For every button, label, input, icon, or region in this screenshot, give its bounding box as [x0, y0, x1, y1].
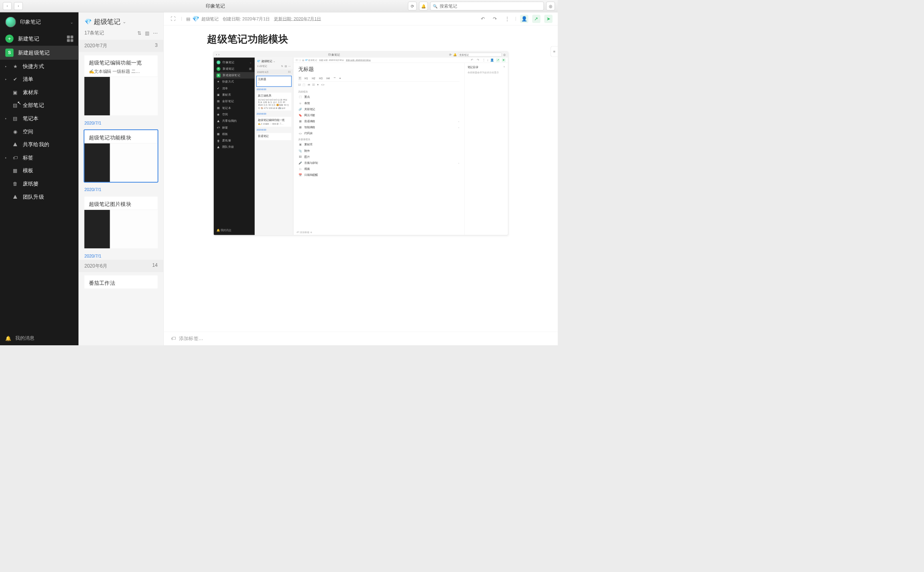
- sidebar-item[interactable]: ⯅共享给我的: [0, 138, 78, 151]
- month-count: 3: [155, 42, 158, 49]
- search-icon: 🔍: [433, 4, 438, 8]
- editor-footer: 🏷 添加标签…: [164, 332, 558, 345]
- sidebar-item[interactable]: ▸✔清单: [0, 73, 78, 86]
- sidebar-footer[interactable]: 🔔 我的消息: [0, 331, 78, 345]
- account-name: 印象笔记: [20, 18, 66, 26]
- diamond-icon: 💎: [84, 18, 92, 25]
- embed-title: 印象笔记: [221, 52, 448, 56]
- updated-date: 更新日期: 2020年7月1日: [274, 16, 321, 22]
- embed-editor: ⛶|▤ 💎 超级笔记 创建日期: 2020年6月30日 更新日期: 2020年6…: [293, 58, 508, 235]
- tag-icon: 🏷: [171, 336, 176, 342]
- window-title: 印象笔记: [25, 3, 406, 9]
- embed-doc-title: 无标题: [298, 66, 460, 73]
- plus-icon: +: [5, 34, 14, 43]
- list-title: 超级笔记: [94, 17, 121, 26]
- expand-icon[interactable]: ⛶: [169, 15, 177, 23]
- month-header: 2020年7月 3: [78, 40, 163, 52]
- new-note-label: 新建笔记: [18, 35, 39, 42]
- breadcrumb-label: 超级笔记: [201, 16, 219, 22]
- avatar: [5, 17, 16, 28]
- grid-view-icon[interactable]: [67, 36, 73, 42]
- footer-label: 我的消息: [15, 335, 34, 341]
- note-list: 💎 超级笔记 ⌄ 17条笔记 ⇅ ▥ ⋯ 2020年7月 3 超级笔记编辑功能一…: [78, 12, 164, 345]
- sidebar-item[interactable]: ▣素材库: [0, 86, 78, 99]
- titlebar: ‹ › 印象笔记 ⟳ 🔔 🔍 ◎: [0, 0, 558, 12]
- back-button[interactable]: ‹: [3, 2, 12, 10]
- back-icon: ‹: [216, 53, 217, 56]
- sidebar-item[interactable]: ◉空间: [0, 125, 78, 138]
- embed-search: [458, 53, 502, 57]
- note-card[interactable]: 超级笔记功能模块: [84, 130, 158, 182]
- settings-icon: ◎: [503, 53, 506, 56]
- account-row[interactable]: 印象笔记 ⌄: [0, 12, 78, 32]
- send-button[interactable]: ➤: [544, 15, 553, 23]
- embed-sidebar: 印象笔记⌄ +新建笔记▦ S新建超级笔记 ★快捷方式✔清单▣素材库▤全部笔记▤笔…: [213, 58, 255, 235]
- sidebar-item[interactable]: ▤全部笔记: [0, 99, 78, 112]
- bell-icon: 🔔: [453, 53, 457, 56]
- share-button[interactable]: ↗: [532, 15, 540, 23]
- chevron-down-icon: ⌄: [70, 20, 73, 24]
- diamond-icon: 💎: [192, 15, 199, 22]
- new-super-note-button[interactable]: S 新建超级笔记 ↖: [0, 46, 78, 60]
- collaborate-button[interactable]: 👤: [520, 15, 528, 23]
- embed-outline: 笔记目录× 各级标题会作为目录自动显示: [464, 63, 508, 235]
- sidebar-item[interactable]: ▸🏷标签: [0, 151, 78, 164]
- add-tag-label[interactable]: 添加标签…: [179, 335, 203, 342]
- sidebar-item[interactable]: ▸▤笔记本: [0, 112, 78, 125]
- list-header[interactable]: 💎 超级笔记 ⌄: [78, 12, 163, 29]
- notifications-button[interactable]: 🔔: [419, 2, 428, 10]
- sidebar-item[interactable]: ▦模板: [0, 164, 78, 177]
- editor-toolbar: ⛶ | ▤ 💎 超级笔记 创建日期: 2020年7月1日 更新日期: 2020年…: [164, 12, 558, 26]
- embed-list: 💎超级笔记⌄ 11条笔记⇅▥⋯ 2020年6月11 无标题/2020/6/30莫…: [255, 58, 293, 235]
- sync-icon: ⟳: [449, 53, 452, 56]
- super-note-icon: S: [5, 48, 14, 57]
- note-card[interactable]: 超级笔记图片模块: [84, 197, 158, 248]
- sidebar-item[interactable]: ⯅团队升级: [0, 190, 78, 203]
- search-box[interactable]: 🔍: [430, 2, 544, 10]
- search-input[interactable]: [440, 4, 541, 9]
- more-button[interactable]: ⋮: [503, 15, 511, 23]
- sidebar: 印象笔记 ⌄ + 新建笔记 S 新建超级笔记 ↖ ▸★快捷方式▸✔清单▣素材库▤…: [0, 12, 78, 345]
- outline-toggle[interactable]: ≡: [550, 46, 558, 57]
- sidebar-item[interactable]: ▸★快捷方式: [0, 60, 78, 73]
- notebook-icon: ▤: [186, 16, 190, 21]
- redo-button[interactable]: ↷: [491, 15, 499, 23]
- undo-button[interactable]: ↶: [479, 15, 487, 23]
- embedded-screenshot: ‹ › 印象笔记 ⟳ 🔔 ◎ 印象笔记⌄ +新建笔记▦ S新建超级笔记 ★快捷方…: [213, 52, 508, 236]
- forward-button[interactable]: ›: [14, 2, 23, 10]
- new-super-label: 新建超级笔记: [18, 49, 50, 56]
- chevron-down-icon: ⌄: [123, 19, 126, 24]
- embed-titlebar: ‹ › 印象笔记 ⟳ 🔔 ◎: [213, 52, 508, 57]
- note-card[interactable]: 番茄工作法: [84, 276, 158, 289]
- document-title[interactable]: 超级笔记功能模块: [164, 25, 558, 51]
- view-icon[interactable]: ▥: [145, 30, 149, 36]
- breadcrumb[interactable]: ▤ 💎 超级笔记: [186, 15, 219, 22]
- sync-button[interactable]: ⟳: [408, 2, 417, 10]
- forward-icon: ›: [218, 53, 219, 56]
- sort-icon[interactable]: ⇅: [137, 30, 141, 36]
- note-count: 17条笔记: [84, 30, 104, 36]
- settings-button[interactable]: ◎: [546, 2, 555, 10]
- month-label: 2020年7月: [84, 42, 108, 49]
- bell-icon: 🔔: [5, 335, 11, 341]
- note-card[interactable]: 超级笔记编辑功能一览✍️文本编辑 一级标题 二…: [84, 55, 158, 115]
- sidebar-item[interactable]: 🗑废纸篓: [0, 177, 78, 191]
- more-icon[interactable]: ⋯: [153, 30, 158, 36]
- new-note-button[interactable]: + 新建笔记: [0, 32, 78, 46]
- created-date: 创建日期: 2020年7月1日: [223, 16, 270, 22]
- editor: ⛶ | ▤ 💎 超级笔记 创建日期: 2020年7月1日 更新日期: 2020年…: [164, 12, 558, 345]
